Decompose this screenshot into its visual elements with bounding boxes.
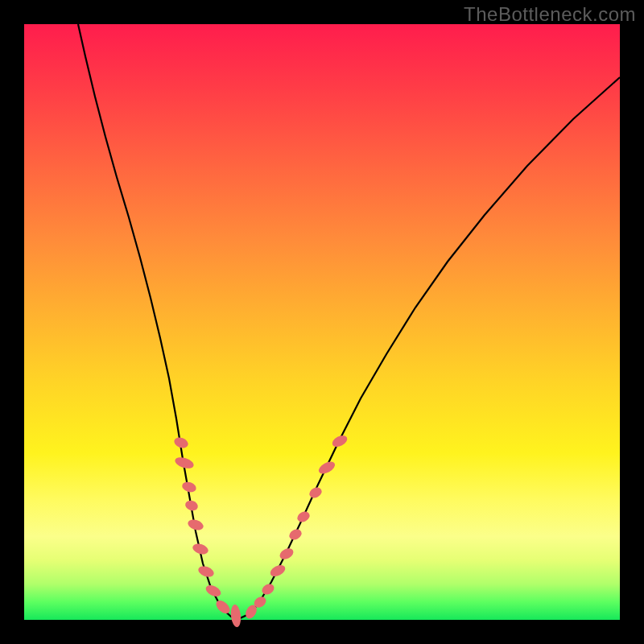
curve-marker	[230, 604, 242, 627]
curve-marker	[214, 598, 233, 616]
curve-marker	[181, 481, 198, 494]
curve-marker	[308, 485, 324, 500]
curve-marker	[187, 518, 205, 532]
curve-marker	[295, 510, 312, 524]
chart-frame: TheBottleneck.com	[0, 0, 644, 644]
curve-marker	[197, 564, 216, 579]
watermark-text: TheBottleneck.com	[464, 3, 636, 26]
curve-marker	[204, 583, 222, 599]
curve-marker	[192, 542, 210, 556]
bottleneck-curve	[78, 24, 620, 618]
curve-marker	[260, 582, 276, 597]
curve-marker	[316, 460, 336, 477]
curve-marker	[287, 527, 303, 542]
curve-marker	[330, 433, 349, 449]
curve-marker	[278, 546, 295, 561]
curve-marker	[268, 563, 287, 579]
curve-marker	[184, 499, 200, 512]
curve-marker	[172, 436, 189, 449]
marker-layer	[172, 433, 349, 628]
curve-layer	[24, 24, 620, 620]
